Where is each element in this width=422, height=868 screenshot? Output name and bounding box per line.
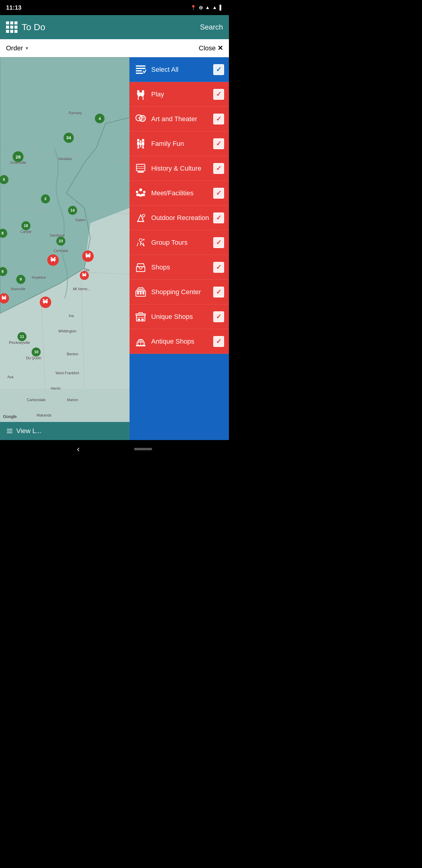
- svg-line-47: [141, 145, 141, 147]
- svg-rect-24: [7, 431, 12, 431]
- filter-panel: Select All ✓ Play ✓: [130, 57, 229, 440]
- map-marker-m3[interactable]: 28: [13, 151, 24, 162]
- family-fun-checkbox[interactable]: ✓: [213, 138, 224, 149]
- filter-item-history-culture[interactable]: History & Culture ✓: [130, 156, 229, 181]
- svg-rect-55: [137, 221, 144, 222]
- filter-item-group-tours[interactable]: Group Tours ✓: [130, 230, 229, 255]
- shops-icon: [134, 261, 147, 274]
- history-culture-checkbox[interactable]: ✓: [213, 163, 224, 174]
- svg-point-44: [140, 141, 141, 142]
- map-marker-r3[interactable]: [0, 293, 9, 304]
- history-culture-icon: [134, 162, 147, 175]
- svg-point-31: [142, 90, 144, 93]
- select-all-checkbox[interactable]: ✓: [213, 64, 224, 75]
- svg-point-58: [143, 239, 144, 241]
- svg-point-35: [139, 116, 145, 121]
- svg-point-53: [136, 191, 138, 193]
- filter-item-shops[interactable]: Shops ✓: [130, 255, 229, 280]
- shops-checkbox[interactable]: ✓: [213, 262, 224, 273]
- back-button[interactable]: ‹: [77, 444, 79, 454]
- antique-shops-icon: [134, 335, 147, 348]
- svg-point-57: [139, 239, 142, 242]
- svg-point-40: [142, 139, 144, 141]
- meet-facilities-label: Meet/Facilities: [151, 189, 213, 197]
- view-list-button[interactable]: View L...: [6, 427, 41, 435]
- signal-icon: ▲: [213, 5, 217, 10]
- art-theater-label: Art and Theater: [151, 115, 213, 123]
- filter-item-unique-shops[interactable]: Unique Shops ✓: [130, 304, 229, 329]
- filter-item-family-fun[interactable]: Family Fun ✓: [130, 131, 229, 156]
- block-icon: ⊖: [199, 5, 203, 10]
- svg-rect-48: [136, 164, 145, 171]
- svg-point-30: [137, 90, 139, 93]
- map-area[interactable]: 34428538181423891110: [0, 57, 130, 440]
- outdoor-recreation-label: Outdoor Recreation: [151, 214, 213, 222]
- filter-item-play[interactable]: Play ✓: [130, 82, 229, 107]
- filter-item-meet-facilities[interactable]: Meet/Facilities ✓: [130, 181, 229, 206]
- filter-select-all[interactable]: Select All ✓: [130, 57, 229, 82]
- map-marker-m10[interactable]: 8: [0, 267, 7, 276]
- map-marker-m13[interactable]: 10: [32, 347, 41, 356]
- map-marker-m6[interactable]: 8: [0, 229, 7, 238]
- order-button[interactable]: Order ▼: [6, 44, 29, 52]
- unique-shops-checkbox[interactable]: ✓: [213, 311, 224, 322]
- nav-bar: ‹: [0, 440, 229, 458]
- play-checkbox[interactable]: ✓: [213, 89, 224, 100]
- family-fun-icon: [134, 137, 147, 150]
- svg-rect-28: [136, 70, 142, 71]
- group-tours-checkbox[interactable]: ✓: [213, 237, 224, 248]
- map-marker-m11[interactable]: 9: [16, 275, 25, 284]
- home-indicator[interactable]: [134, 448, 152, 450]
- family-fun-label: Family Fun: [151, 140, 213, 148]
- svg-rect-23: [7, 429, 12, 430]
- close-button[interactable]: Close ✕: [199, 44, 223, 52]
- filter-item-antique-shops[interactable]: Antique Shops ✓: [130, 329, 229, 354]
- filter-item-shopping-center[interactable]: Shopping Center ✓: [130, 280, 229, 304]
- play-icon: [134, 88, 147, 101]
- map-marker-m4[interactable]: 5: [0, 175, 8, 184]
- svg-point-71: [140, 340, 141, 342]
- search-button[interactable]: Search: [200, 23, 223, 31]
- map-marker-m8[interactable]: 14: [68, 206, 77, 215]
- status-time: 11:13: [6, 4, 21, 11]
- map-marker-m2[interactable]: 4: [95, 114, 104, 123]
- outdoor-recreation-checkbox[interactable]: ✓: [213, 213, 224, 223]
- svg-rect-65: [142, 292, 144, 294]
- svg-rect-37: [137, 142, 139, 145]
- map-marker-m9[interactable]: 23: [56, 237, 65, 246]
- map-marker-m5[interactable]: 3: [41, 194, 50, 204]
- map-marker-m1[interactable]: 34: [64, 133, 74, 143]
- svg-point-20: [82, 273, 84, 274]
- svg-rect-51: [138, 172, 144, 173]
- map-marker-r5[interactable]: [80, 271, 89, 280]
- select-all-icon: [134, 63, 147, 76]
- svg-rect-63: [137, 292, 139, 294]
- map-marker-r2[interactable]: [82, 250, 94, 262]
- antique-shops-label: Antique Shops: [151, 337, 213, 346]
- map-marker-r4[interactable]: [40, 297, 51, 308]
- meet-facilities-checkbox[interactable]: ✓: [213, 188, 224, 198]
- antique-shops-checkbox[interactable]: ✓: [213, 336, 224, 347]
- map-marker-m12[interactable]: 11: [18, 332, 27, 341]
- svg-rect-27: [136, 68, 145, 69]
- art-theater-checkbox[interactable]: ✓: [213, 114, 224, 124]
- shops-label: Shops: [151, 263, 213, 272]
- svg-point-52: [139, 188, 142, 191]
- map-marker-m7[interactable]: 18: [21, 221, 30, 230]
- svg-point-8: [51, 257, 52, 258]
- svg-rect-67: [136, 314, 145, 315]
- filter-item-outdoor-recreation[interactable]: Outdoor Recreation ✓: [130, 206, 229, 230]
- svg-line-39: [138, 145, 139, 149]
- svg-rect-69: [141, 318, 144, 320]
- svg-rect-25: [7, 433, 12, 433]
- play-label: Play: [151, 90, 213, 98]
- order-close-bar: Order ▼ Close ✕: [0, 39, 229, 57]
- unique-shops-label: Unique Shops: [151, 313, 213, 321]
- svg-rect-29: [136, 73, 143, 74]
- shopping-center-checkbox[interactable]: ✓: [213, 287, 224, 298]
- map-marker-r1[interactable]: [47, 254, 59, 266]
- filter-item-art-theater[interactable]: Art and Theater ✓: [130, 107, 229, 131]
- svg-point-17: [43, 299, 44, 301]
- svg-rect-62: [138, 287, 143, 289]
- location-icon: 📍: [190, 5, 196, 10]
